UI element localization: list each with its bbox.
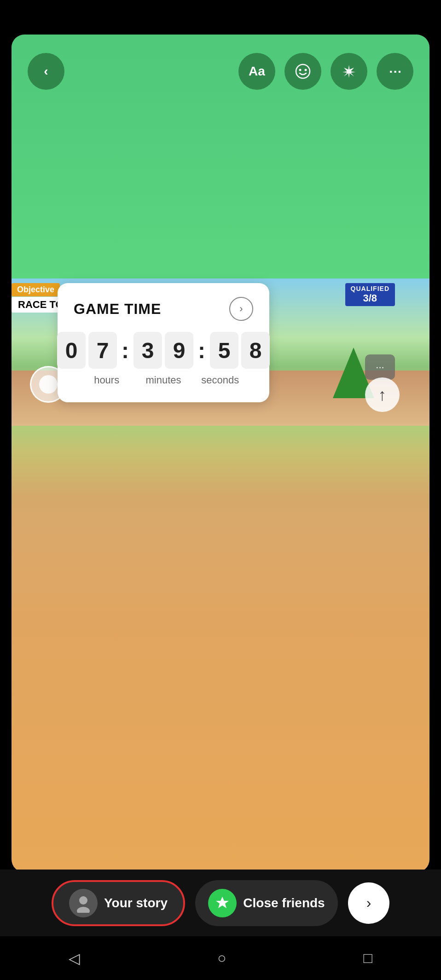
- effects-button[interactable]: [331, 53, 367, 90]
- label-seconds: seconds: [192, 374, 249, 386]
- joystick-inner: [39, 375, 58, 394]
- android-nav: ◁ ○ □: [0, 936, 441, 980]
- chat-icon: ···: [365, 354, 395, 380]
- minutes-digit-1: 3: [133, 332, 162, 369]
- widget-header: GAME TIME ›: [74, 297, 253, 321]
- story-background: [12, 35, 429, 872]
- back-button[interactable]: ‹: [28, 53, 64, 90]
- game-time-widget: GAME TIME › 0 7 : 3 9 : 5 8 hours minut: [58, 283, 269, 402]
- seconds-group: 5 8: [210, 332, 270, 369]
- close-friends-button[interactable]: Close friends: [195, 880, 338, 926]
- svg-point-4: [77, 907, 90, 913]
- toolbar-right: Aa ⋯: [238, 53, 413, 90]
- android-home-icon[interactable]: ○: [217, 950, 226, 967]
- svg-point-1: [299, 69, 302, 71]
- android-recents-icon[interactable]: □: [364, 950, 372, 967]
- colon-1: :: [120, 338, 131, 363]
- hours-digit-1: 0: [57, 332, 86, 369]
- story-container: ‹ Aa ⋯: [12, 35, 429, 872]
- your-story-button[interactable]: Your story: [52, 880, 185, 926]
- text-tool-button[interactable]: Aa: [238, 53, 275, 90]
- svg-point-0: [296, 64, 310, 78]
- qualified-count: 3/8: [351, 292, 389, 304]
- next-button[interactable]: ›: [348, 882, 389, 924]
- svg-point-3: [79, 896, 87, 905]
- android-back-icon[interactable]: ◁: [69, 950, 80, 967]
- toolbar: ‹ Aa ⋯: [12, 35, 429, 94]
- qualified-badge: QUALIFIED 3/8: [345, 283, 395, 306]
- time-display: 0 7 : 3 9 : 5 8: [74, 332, 253, 369]
- up-arrow-button[interactable]: ↑: [365, 377, 400, 412]
- hours-digit-2: 7: [88, 332, 117, 369]
- seconds-digit-2: 8: [241, 332, 270, 369]
- widget-arrow-button[interactable]: ›: [229, 297, 253, 321]
- svg-marker-5: [216, 897, 229, 908]
- colon-2: :: [196, 338, 207, 363]
- your-story-label: Your story: [104, 896, 168, 910]
- qualified-label: QUALIFIED: [351, 285, 389, 292]
- hours-group: 0 7: [57, 332, 117, 369]
- time-labels: hours minutes seconds: [74, 374, 253, 386]
- objective-badge: Objective: [12, 283, 60, 296]
- bottom-bar: Your story Close friends ›: [0, 870, 441, 936]
- label-hours: hours: [78, 374, 135, 386]
- minutes-group: 3 9: [133, 332, 193, 369]
- more-button[interactable]: ⋯: [377, 53, 413, 90]
- story-avatar: [69, 889, 98, 917]
- close-friends-label: Close friends: [243, 896, 325, 910]
- widget-title: GAME TIME: [74, 301, 161, 318]
- seconds-digit-1: 5: [210, 332, 238, 369]
- close-friends-icon: [208, 889, 237, 917]
- minutes-digit-2: 9: [165, 332, 193, 369]
- label-minutes: minutes: [135, 374, 191, 386]
- sticker-button[interactable]: [284, 53, 321, 90]
- svg-point-2: [305, 69, 307, 71]
